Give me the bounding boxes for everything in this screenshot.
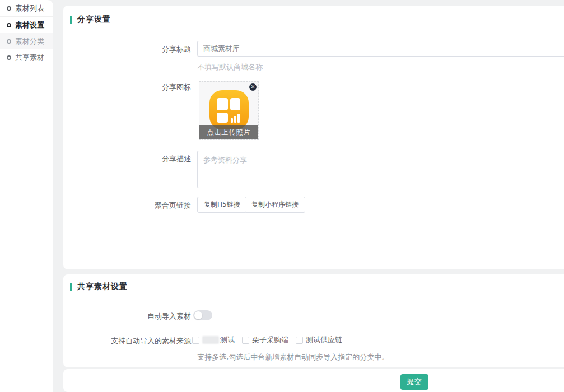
radio-circle-icon xyxy=(7,23,11,27)
copy-h5-link-button[interactable]: 复制H5链接 xyxy=(197,197,247,213)
checkbox-icon[interactable] xyxy=(296,337,303,344)
sidebar-item-label: 素材分类 xyxy=(15,36,44,46)
sources-checkbox-group: 测试 栗子采购端 测试供应链 xyxy=(192,335,342,345)
radio-circle-icon xyxy=(7,55,11,60)
sidebar-item-material-category[interactable]: 素材分类 xyxy=(0,33,53,49)
icon-chart-bar xyxy=(237,114,240,123)
icon-square xyxy=(217,113,228,123)
submit-bar: 提交 xyxy=(63,369,564,392)
share-desc-textarea[interactable] xyxy=(197,151,564,188)
source-option-label: 测试 xyxy=(220,335,235,345)
remove-icon-button[interactable]: ✕ xyxy=(249,83,257,91)
source-option-test-supply-chain[interactable]: 测试供应链 xyxy=(296,335,342,345)
toggle-knob xyxy=(194,311,202,319)
share-title-input[interactable] xyxy=(197,41,564,57)
checkbox-icon[interactable] xyxy=(192,337,199,344)
sidebar-item-shared-material[interactable]: 共享素材 xyxy=(0,49,53,66)
agg-link-label: 聚合页链接 xyxy=(63,201,191,209)
section-header: 共享素材设置 xyxy=(70,282,128,292)
source-option-lizi-procurement[interactable]: 栗子采购端 xyxy=(242,335,288,345)
source-option-label: 栗子采购端 xyxy=(252,335,288,345)
submit-button[interactable]: 提交 xyxy=(400,374,428,390)
icon-square xyxy=(217,98,228,110)
sidebar-item-label: 素材设置 xyxy=(15,20,44,30)
share-title-label: 分享标题 xyxy=(63,45,191,53)
sidebar-item-label: 素材列表 xyxy=(15,3,44,13)
sources-label: 支持自动导入的素材来源 xyxy=(63,337,191,345)
source-option-redacted-test[interactable]: 测试 xyxy=(192,335,235,345)
share-desc-label: 分享描述 xyxy=(63,155,191,163)
copy-miniprogram-link-button[interactable]: 复制小程序链接 xyxy=(245,197,305,213)
share-icon-label: 分享图标 xyxy=(63,83,191,91)
radio-circle-icon xyxy=(7,6,11,11)
redacted-text-blob xyxy=(202,336,219,344)
sources-helper: 支持多选,勾选后中台新增素材自动同步导入指定的分类中。 xyxy=(197,352,389,362)
section-header: 分享设置 xyxy=(70,15,111,25)
icon-upload-box[interactable]: 点击上传照片 ✕ xyxy=(199,81,259,140)
source-option-label: 测试供应链 xyxy=(306,335,342,345)
checkbox-icon[interactable] xyxy=(242,337,249,344)
page: 素材列表 素材设置 素材分类 共享素材 分享设置 分享标题 不填写默认商城名称 … xyxy=(0,0,564,392)
sidebar: 素材列表 素材设置 素材分类 共享素材 xyxy=(0,0,53,392)
shared-material-settings-card: 共享素材设置 自动导入素材 支持自动导入的素材来源 测试 栗子采购端 测试供应链… xyxy=(63,274,564,367)
sidebar-item-label: 共享素材 xyxy=(15,53,44,63)
section-accent-bar xyxy=(70,16,72,24)
icon-chart-bar xyxy=(234,116,236,123)
share-title-helper: 不填写默认商城名称 xyxy=(197,62,263,72)
section-title: 分享设置 xyxy=(77,15,111,25)
icon-square xyxy=(230,98,240,110)
sidebar-item-material-settings[interactable]: 素材设置 xyxy=(0,17,53,33)
auto-import-toggle[interactable] xyxy=(193,310,212,320)
section-title: 共享素材设置 xyxy=(77,282,128,292)
sidebar-item-material-list[interactable]: 素材列表 xyxy=(0,0,53,17)
section-accent-bar xyxy=(70,283,72,291)
share-settings-card: 分享设置 分享标题 不填写默认商城名称 分享图标 点击上传照片 ✕ 分享描述 聚… xyxy=(63,6,564,269)
radio-circle-icon xyxy=(7,39,11,44)
icon-chart-bar xyxy=(231,118,233,123)
auto-import-label: 自动导入素材 xyxy=(63,312,191,320)
uploaded-app-icon xyxy=(209,90,249,129)
upload-overlay-label[interactable]: 点击上传照片 xyxy=(199,125,258,139)
